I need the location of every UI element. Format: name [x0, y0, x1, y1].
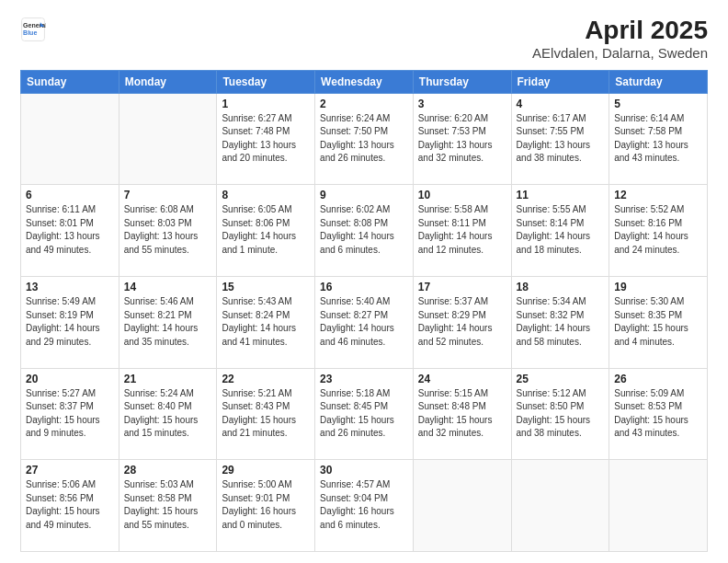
day-number: 22: [222, 373, 310, 385]
day-info: Sunrise: 5:18 AM Sunset: 8:45 PM Dayligh…: [320, 387, 408, 441]
calendar-subtitle: AElvdalen, Dalarna, Sweden: [532, 45, 708, 61]
title-block: April 2025 AElvdalen, Dalarna, Sweden: [532, 17, 708, 61]
day-number: 18: [517, 281, 605, 293]
weekday-header-friday: Friday: [511, 70, 609, 93]
calendar-cell: 9Sunrise: 6:02 AM Sunset: 8:08 PM Daylig…: [315, 185, 414, 277]
day-info: Sunrise: 6:11 AM Sunset: 8:01 PM Dayligh…: [26, 203, 114, 257]
day-info: Sunrise: 5:15 AM Sunset: 8:48 PM Dayligh…: [418, 387, 506, 441]
weekday-header-monday: Monday: [119, 70, 217, 93]
calendar-cell: 7Sunrise: 6:08 AM Sunset: 8:03 PM Daylig…: [119, 185, 217, 277]
calendar-cell: 11Sunrise: 5:55 AM Sunset: 8:14 PM Dayli…: [511, 185, 609, 277]
day-number: 16: [320, 281, 408, 293]
day-info: Sunrise: 5:52 AM Sunset: 8:16 PM Dayligh…: [614, 203, 702, 257]
day-number: 13: [26, 281, 114, 293]
day-info: Sunrise: 5:37 AM Sunset: 8:29 PM Dayligh…: [418, 295, 506, 349]
calendar-cell: 27Sunrise: 5:06 AM Sunset: 8:56 PM Dayli…: [21, 460, 119, 552]
calendar-cell: 5Sunrise: 6:14 AM Sunset: 7:58 PM Daylig…: [609, 93, 708, 185]
week-row-2: 6Sunrise: 6:11 AM Sunset: 8:01 PM Daylig…: [21, 185, 708, 277]
day-info: Sunrise: 6:17 AM Sunset: 7:55 PM Dayligh…: [517, 112, 605, 166]
day-info: Sunrise: 5:40 AM Sunset: 8:27 PM Dayligh…: [320, 295, 408, 349]
calendar-cell: 20Sunrise: 5:27 AM Sunset: 8:37 PM Dayli…: [21, 368, 119, 460]
calendar-cell: 15Sunrise: 5:43 AM Sunset: 8:24 PM Dayli…: [217, 277, 315, 369]
day-number: 5: [614, 98, 702, 110]
day-info: Sunrise: 6:08 AM Sunset: 8:03 PM Dayligh…: [124, 203, 212, 257]
weekday-header-sunday: Sunday: [21, 70, 119, 93]
day-info: Sunrise: 5:00 AM Sunset: 9:01 PM Dayligh…: [222, 478, 310, 532]
day-number: 2: [320, 98, 408, 110]
day-number: 3: [418, 98, 506, 110]
svg-text:Blue: Blue: [23, 29, 37, 36]
calendar-cell: [119, 93, 217, 185]
header: General Blue April 2025 AElvdalen, Dalar…: [20, 17, 708, 61]
day-info: Sunrise: 6:27 AM Sunset: 7:48 PM Dayligh…: [222, 112, 310, 166]
day-number: 23: [320, 373, 408, 385]
calendar-cell: 13Sunrise: 5:49 AM Sunset: 8:19 PM Dayli…: [21, 277, 119, 369]
calendar-cell: 6Sunrise: 6:11 AM Sunset: 8:01 PM Daylig…: [21, 185, 119, 277]
week-row-1: 1Sunrise: 6:27 AM Sunset: 7:48 PM Daylig…: [21, 93, 708, 185]
calendar-cell: 23Sunrise: 5:18 AM Sunset: 8:45 PM Dayli…: [315, 368, 414, 460]
day-number: 14: [124, 281, 212, 293]
day-number: 7: [124, 189, 212, 201]
calendar-cell: [511, 460, 609, 552]
calendar-cell: 17Sunrise: 5:37 AM Sunset: 8:29 PM Dayli…: [413, 277, 511, 369]
calendar-cell: 3Sunrise: 6:20 AM Sunset: 7:53 PM Daylig…: [413, 93, 511, 185]
day-info: Sunrise: 6:24 AM Sunset: 7:50 PM Dayligh…: [320, 112, 408, 166]
day-info: Sunrise: 5:12 AM Sunset: 8:50 PM Dayligh…: [517, 387, 605, 441]
day-info: Sunrise: 5:43 AM Sunset: 8:24 PM Dayligh…: [222, 295, 310, 349]
calendar-cell: 10Sunrise: 5:58 AM Sunset: 8:11 PM Dayli…: [413, 185, 511, 277]
calendar-cell: 19Sunrise: 5:30 AM Sunset: 8:35 PM Dayli…: [609, 277, 708, 369]
day-number: 1: [222, 98, 310, 110]
day-number: 19: [614, 281, 702, 293]
day-number: 29: [222, 464, 310, 477]
calendar-cell: 30Sunrise: 4:57 AM Sunset: 9:04 PM Dayli…: [315, 460, 414, 552]
day-number: 12: [614, 189, 702, 201]
calendar-cell: 1Sunrise: 6:27 AM Sunset: 7:48 PM Daylig…: [217, 93, 315, 185]
day-number: 26: [614, 373, 702, 385]
week-row-4: 20Sunrise: 5:27 AM Sunset: 8:37 PM Dayli…: [21, 368, 708, 460]
calendar-cell: [413, 460, 511, 552]
day-info: Sunrise: 5:55 AM Sunset: 8:14 PM Dayligh…: [517, 203, 605, 257]
day-info: Sunrise: 5:03 AM Sunset: 8:58 PM Dayligh…: [124, 478, 212, 532]
day-info: Sunrise: 6:05 AM Sunset: 8:06 PM Dayligh…: [222, 203, 310, 257]
calendar-cell: 4Sunrise: 6:17 AM Sunset: 7:55 PM Daylig…: [511, 93, 609, 185]
calendar-cell: [21, 93, 119, 185]
day-info: Sunrise: 5:27 AM Sunset: 8:37 PM Dayligh…: [26, 387, 114, 441]
weekday-header-wednesday: Wednesday: [315, 70, 414, 93]
page: General Blue April 2025 AElvdalen, Dalar…: [0, 0, 728, 563]
day-info: Sunrise: 6:14 AM Sunset: 7:58 PM Dayligh…: [614, 112, 702, 166]
calendar-cell: 25Sunrise: 5:12 AM Sunset: 8:50 PM Dayli…: [511, 368, 609, 460]
day-number: 10: [418, 189, 506, 201]
day-number: 28: [124, 464, 212, 477]
calendar-cell: 14Sunrise: 5:46 AM Sunset: 8:21 PM Dayli…: [119, 277, 217, 369]
day-info: Sunrise: 6:20 AM Sunset: 7:53 PM Dayligh…: [418, 112, 506, 166]
calendar-cell: 2Sunrise: 6:24 AM Sunset: 7:50 PM Daylig…: [315, 93, 414, 185]
calendar-table: SundayMondayTuesdayWednesdayThursdayFrid…: [20, 70, 708, 552]
day-info: Sunrise: 4:57 AM Sunset: 9:04 PM Dayligh…: [320, 478, 408, 532]
weekday-header-tuesday: Tuesday: [217, 70, 315, 93]
weekday-header-thursday: Thursday: [413, 70, 511, 93]
day-info: Sunrise: 5:46 AM Sunset: 8:21 PM Dayligh…: [124, 295, 212, 349]
day-info: Sunrise: 6:02 AM Sunset: 8:08 PM Dayligh…: [320, 203, 408, 257]
calendar-cell: 21Sunrise: 5:24 AM Sunset: 8:40 PM Dayli…: [119, 368, 217, 460]
calendar-cell: 18Sunrise: 5:34 AM Sunset: 8:32 PM Dayli…: [511, 277, 609, 369]
weekday-header-row: SundayMondayTuesdayWednesdayThursdayFrid…: [21, 70, 708, 93]
day-number: 15: [222, 281, 310, 293]
week-row-3: 13Sunrise: 5:49 AM Sunset: 8:19 PM Dayli…: [21, 277, 708, 369]
day-info: Sunrise: 5:06 AM Sunset: 8:56 PM Dayligh…: [26, 478, 114, 532]
calendar-cell: 24Sunrise: 5:15 AM Sunset: 8:48 PM Dayli…: [413, 368, 511, 460]
day-number: 20: [26, 373, 114, 385]
day-number: 4: [517, 98, 605, 110]
logo-icon: General Blue: [20, 17, 46, 42]
calendar-cell: [609, 460, 708, 552]
day-info: Sunrise: 5:30 AM Sunset: 8:35 PM Dayligh…: [614, 295, 702, 349]
day-number: 24: [418, 373, 506, 385]
day-number: 30: [320, 464, 408, 477]
day-number: 9: [320, 189, 408, 201]
day-info: Sunrise: 5:21 AM Sunset: 8:43 PM Dayligh…: [222, 387, 310, 441]
week-row-5: 27Sunrise: 5:06 AM Sunset: 8:56 PM Dayli…: [21, 460, 708, 552]
day-number: 17: [418, 281, 506, 293]
day-number: 11: [517, 189, 605, 201]
day-number: 27: [26, 464, 114, 477]
day-info: Sunrise: 5:24 AM Sunset: 8:40 PM Dayligh…: [124, 387, 212, 441]
calendar-cell: 16Sunrise: 5:40 AM Sunset: 8:27 PM Dayli…: [315, 277, 414, 369]
